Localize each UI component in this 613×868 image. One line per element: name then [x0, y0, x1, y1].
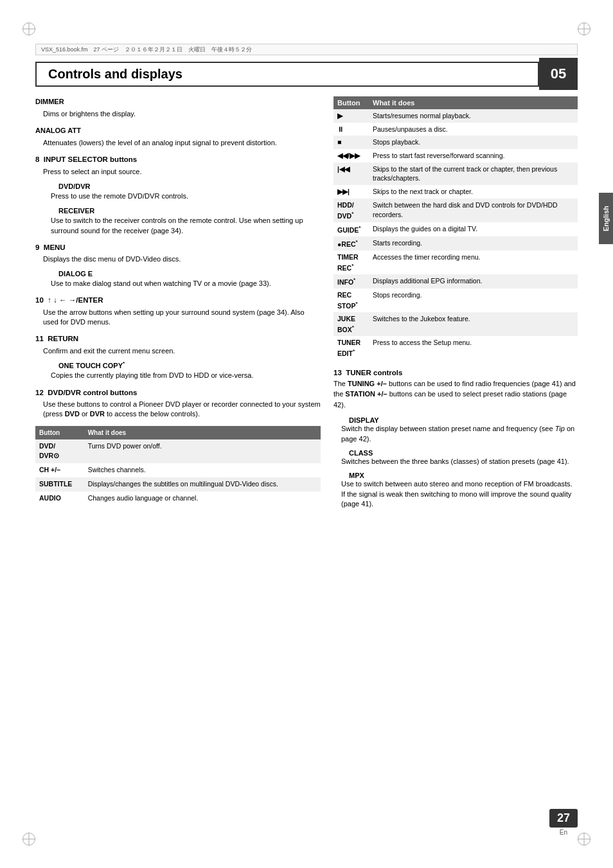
btn-juke-box: JUKEBOX*: [333, 312, 369, 336]
one-touch-copy-title: ONE TOUCH COPY*: [51, 360, 321, 371]
small-table-cell-button: CH +/–: [35, 463, 84, 477]
action-timer-rec: Accesses the timer recording menu.: [369, 251, 578, 274]
table-row: JUKEBOX* Switches to the Jukebox feature…: [333, 312, 578, 336]
action-juke-box: Switches to the Jukebox feature.: [369, 312, 578, 336]
corner-mark-tl: [19, 19, 39, 39]
input-selector-title: INPUT SELECTOR buttons: [44, 155, 137, 163]
small-table-cell-button: SUBTITLE: [35, 477, 84, 492]
small-table-col-action: What it does: [84, 426, 321, 439]
table-row: ■ Stops playback.: [333, 136, 578, 149]
class-title: CLASS: [341, 449, 578, 457]
analog-att-title: ANALOG ATT: [35, 125, 321, 136]
menu-number: 9: [35, 244, 44, 251]
input-selector-body: Press to select an input source.: [35, 166, 321, 177]
menu-section: 9 MENU Displays the disc menu of DVD-Vid…: [35, 242, 321, 289]
receiver-subsection: RECEIVER Use to switch to the receiver c…: [35, 206, 321, 236]
btn-stop: ■: [333, 136, 369, 149]
dialog-e-title: DIALOG E: [51, 269, 321, 279]
input-selector-section: 8 INPUT SELECTOR buttons Press to select…: [35, 154, 321, 236]
small-table-cell-button: AUDIO: [35, 492, 84, 506]
btn-prev: |◀◀: [333, 163, 369, 185]
action-scan: Press to start fast reverse/forward scan…: [369, 149, 578, 163]
table-row: AUDIO Changes audio language or channel.: [35, 492, 321, 506]
btn-rec: ●REC*: [333, 236, 369, 251]
one-touch-copy-body: Copies the currently playing title from …: [51, 371, 321, 380]
action-stop: Stops playback.: [369, 136, 578, 149]
action-tuner-edit: Press to access the Setup menu.: [369, 336, 578, 360]
class-body: Switches between the three banks (classe…: [341, 457, 578, 466]
chapter-number: 05: [539, 58, 578, 90]
dimmer-body: Dims or brightens the display.: [35, 109, 321, 120]
return-section: 11 RETURN Confirm and exit the current m…: [35, 333, 321, 380]
small-control-table: Button What it does DVD/DVR⊙ Turns DVD p…: [35, 426, 321, 506]
arrow-enter-title: ↑ ↓ ← →/ENTER: [48, 296, 103, 304]
mpx-subsection: MPX Use to switch between auto stereo an…: [333, 472, 578, 509]
action-rec-stop: Stops recording.: [369, 288, 578, 312]
mpx-title: MPX: [341, 472, 578, 479]
btn-hdd-dvd: HDD/DVD*: [333, 199, 369, 222]
small-table-cell-action: Turns DVD power on/off.: [84, 439, 321, 464]
receiver-body: Use to switch to the receiver controls o…: [51, 216, 321, 236]
right-column: Button What it does ▶ Starts/resumes nor…: [333, 96, 578, 817]
table-row: CH +/– Switches channels.: [35, 463, 321, 477]
tuner-section: 13 TUNER controls The TUNING +/– buttons…: [333, 369, 578, 509]
btn-timer-rec: TIMERREC*: [333, 251, 369, 274]
dvd-dvr-title: DVD/DVR: [51, 181, 321, 192]
display-title: DISPLAY: [341, 416, 578, 424]
tuner-section-title: TUNER controls: [346, 369, 402, 376]
arrow-enter-section: 10 ↑ ↓ ← →/ENTER Use the arrow buttons w…: [35, 295, 321, 327]
japanese-header-text: VSX_516.book.fm 27 ページ ２０１６年２月２１日 火曜日 午後…: [41, 46, 252, 54]
mpx-body: Use to switch between auto stereo and mo…: [341, 479, 578, 509]
tuner-section-number: 13: [333, 369, 346, 376]
display-body: Switch the display between station prese…: [341, 424, 578, 444]
btn-info: INFO*: [333, 274, 369, 288]
table-row: ⏸ Pauses/unpauses a disc.: [333, 123, 578, 136]
analog-att-body: Attenuates (lowers) the level of an anal…: [35, 137, 321, 148]
btn-scan: ◀◀/▶▶: [333, 149, 369, 163]
btn-next: ▶▶|: [333, 185, 369, 199]
table-row: INFO* Displays additional EPG informatio…: [333, 274, 578, 288]
dvd-dvr-body: Press to use the remote DVD/DVR controls…: [51, 191, 321, 201]
btn-tuner-edit: TUNEREDIT*: [333, 336, 369, 360]
table-row: TUNEREDIT* Press to access the Setup men…: [333, 336, 578, 360]
table-row: ▶ Starts/resumes normal playback.: [333, 109, 578, 123]
small-table-col-button: Button: [35, 426, 84, 439]
input-selector-number: 8: [35, 155, 44, 163]
table-row: SUBTITLE Displays/changes the subtitles …: [35, 477, 321, 492]
page-title: Controls and displays: [35, 62, 539, 87]
table-row: ◀◀/▶▶ Press to start fast reverse/forwar…: [333, 149, 578, 163]
action-info: Displays additional EPG information.: [369, 274, 578, 288]
tuner-section-body: The TUNING +/– buttons can be used to fi…: [333, 378, 578, 411]
action-prev: Skips to the start of the current track …: [369, 163, 578, 185]
menu-title: MENU: [44, 244, 66, 251]
main-content: DIMMER Dims or brightens the display. AN…: [35, 96, 578, 817]
dvd-dvr-control-title: DVD/DVR control buttons: [48, 389, 137, 396]
dimmer-title: DIMMER: [35, 96, 321, 107]
big-control-table: Button What it does ▶ Starts/resumes nor…: [333, 96, 578, 360]
table-row: GUIDE* Displays the guides on a digital …: [333, 222, 578, 236]
page-number-area: 27 En: [549, 809, 578, 836]
big-table-col-button: Button: [333, 96, 369, 109]
class-subsection: CLASS Switches between the three banks (…: [333, 449, 578, 466]
action-hdd-dvd: Switch between the hard disk and DVD con…: [369, 199, 578, 222]
arrow-enter-body: Use the arrow buttons when setting up yo…: [35, 308, 321, 328]
action-rec: Starts recording.: [369, 236, 578, 251]
header-bar: VSX_516.book.fm 27 ページ ２０１６年２月２１日 火曜日 午後…: [35, 44, 578, 55]
small-table-cell-action: Displays/changes the subtitles on multil…: [84, 477, 321, 492]
action-play: Starts/resumes normal playback.: [369, 109, 578, 123]
dvd-dvr-control-body: Use these buttons to control a Pioneer D…: [35, 400, 321, 420]
btn-rec-stop: RECSTOP*: [333, 288, 369, 312]
menu-body: Displays the disc menu of DVD-Video disc…: [35, 254, 321, 264]
return-body: Confirm and exit the current menu screen…: [35, 346, 321, 356]
small-table-cell-action: Switches channels.: [84, 463, 321, 477]
table-row: TIMERREC* Accesses the timer recording m…: [333, 251, 578, 274]
action-next: Skips to the next track or chapter.: [369, 185, 578, 199]
table-row: DVD/DVR⊙ Turns DVD power on/off.: [35, 439, 321, 464]
table-row: RECSTOP* Stops recording.: [333, 288, 578, 312]
left-column: DIMMER Dims or brightens the display. AN…: [35, 96, 321, 817]
english-tab: English: [599, 193, 613, 244]
table-row: |◀◀ Skips to the start of the current tr…: [333, 163, 578, 185]
table-row: ▶▶| Skips to the next track or chapter.: [333, 185, 578, 199]
title-area: Controls and displays 05: [35, 58, 578, 90]
dialog-e-body: Use to make dialog stand out when watchi…: [51, 279, 321, 288]
